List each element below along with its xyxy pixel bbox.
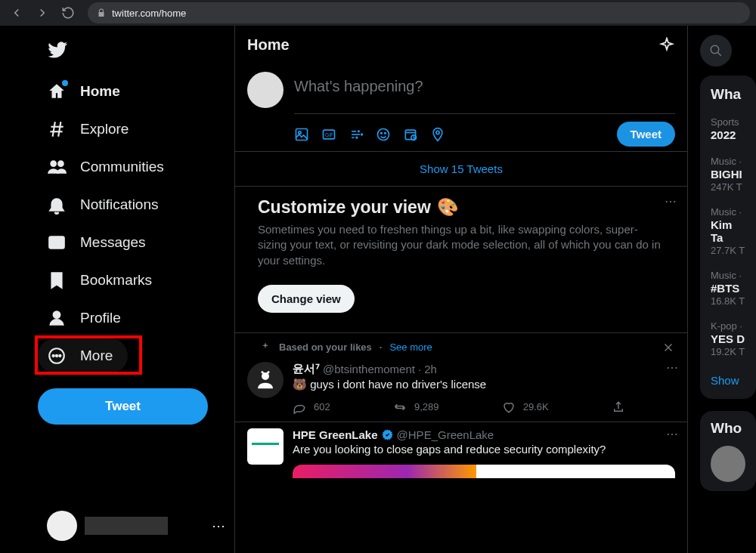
- forward-button[interactable]: [32, 2, 53, 23]
- tweet-author-name[interactable]: 윤서⁷: [293, 362, 320, 376]
- svg-point-7: [54, 311, 60, 318]
- media-icon[interactable]: [294, 127, 309, 142]
- verified-icon: [381, 428, 394, 441]
- right-sidebar: Wha Sports2022 Music ·BIGHI247K T Music …: [688, 26, 756, 553]
- back-button[interactable]: [6, 2, 27, 23]
- retweet-button[interactable]: 9,289: [393, 400, 439, 414]
- card-more-icon[interactable]: ⋯: [665, 194, 677, 209]
- like-button[interactable]: 29.6K: [502, 400, 549, 414]
- tweet-author-handle[interactable]: @HPE_GreenLake: [397, 428, 494, 441]
- avatar[interactable]: [247, 362, 284, 398]
- svg-line-3: [58, 122, 60, 137]
- trend-item[interactable]: K-pop ·YES D19.2K T: [700, 314, 756, 365]
- sidebar: Home Explore Communities Notifications M…: [0, 26, 234, 553]
- emoji-icon[interactable]: [376, 127, 391, 142]
- customize-body: Sometimes you need to freshen things up …: [258, 222, 665, 268]
- svg-point-22: [378, 128, 389, 140]
- svg-point-10: [56, 355, 57, 357]
- bookmark-icon: [47, 270, 67, 290]
- tweet-text: 🐻 guys i dont have no driver's license: [293, 376, 675, 396]
- tweet[interactable]: ⋯ 윤서⁷ @btsinthemoment · 2h 🐻 guys i dont…: [235, 356, 687, 422]
- svg-text:GIF: GIF: [325, 132, 333, 137]
- svg-line-29: [414, 137, 415, 138]
- svg-point-5: [58, 161, 64, 166]
- dismiss-icon[interactable]: [662, 341, 675, 354]
- nav-label: Messages: [80, 234, 146, 251]
- svg-point-13: [299, 131, 301, 133]
- trends-card: Wha Sports2022 Music ·BIGHI247K T Music …: [700, 76, 756, 399]
- hash-icon: [47, 119, 67, 139]
- svg-line-2: [53, 122, 55, 137]
- svg-rect-12: [296, 128, 308, 140]
- gif-icon[interactable]: GIF: [321, 127, 336, 142]
- more-circle-icon: [47, 346, 67, 366]
- nav-label: Notifications: [80, 196, 159, 213]
- reload-button[interactable]: [57, 2, 79, 23]
- svg-point-11: [59, 355, 60, 357]
- who-to-follow-item[interactable]: [711, 437, 745, 482]
- sidebar-item-communities[interactable]: Communities: [38, 150, 234, 184]
- reply-button[interactable]: 602: [293, 400, 330, 414]
- main-timeline: Home What's happening? GIF Tweet: [234, 26, 688, 553]
- change-view-button[interactable]: Change view: [258, 285, 355, 313]
- location-icon[interactable]: [430, 127, 445, 142]
- sparkle-small-icon: [259, 341, 271, 354]
- show-new-tweets[interactable]: Show 15 Tweets: [235, 152, 687, 187]
- svg-point-30: [436, 131, 439, 134]
- ellipsis-icon: ⋯: [212, 517, 225, 534]
- account-switcher[interactable]: ⋯: [38, 505, 234, 547]
- url-bar[interactable]: twitter.com/home: [88, 2, 750, 23]
- nav-label: Explore: [80, 121, 129, 137]
- tweet-button[interactable]: Tweet: [38, 388, 208, 425]
- compose-input[interactable]: What's happening?: [294, 72, 675, 109]
- tweet-more-icon[interactable]: ⋯: [666, 360, 678, 375]
- nav-label: More: [80, 348, 113, 364]
- people-icon: [47, 157, 67, 177]
- sparkle-icon[interactable]: [658, 37, 675, 54]
- home-icon: [47, 82, 67, 101]
- tweet[interactable]: ⋯ HPE GreenLake @HPE_GreenLake Are you l…: [235, 422, 687, 486]
- schedule-icon[interactable]: [403, 127, 418, 142]
- browser-toolbar: twitter.com/home: [0, 0, 756, 26]
- notification-dot: [62, 80, 68, 86]
- svg-point-21: [356, 137, 358, 138]
- show-more-link[interactable]: Show: [700, 365, 756, 396]
- customize-view-card: ⋯ Customize your view 🎨 Sometimes you ne…: [235, 187, 687, 333]
- who-title: Who: [711, 420, 745, 437]
- customize-title: Customize your view: [258, 197, 431, 218]
- context-label: Based on your likes: [279, 341, 372, 353]
- trend-item[interactable]: Sports2022: [700, 110, 756, 150]
- sidebar-item-more[interactable]: More: [38, 338, 128, 373]
- person-icon: [47, 308, 67, 328]
- page-title: Home: [247, 36, 290, 54]
- see-more-link[interactable]: See more: [389, 341, 432, 353]
- sidebar-item-notifications[interactable]: Notifications: [38, 187, 234, 222]
- timeline-header: Home: [235, 26, 687, 64]
- tweet-time[interactable]: 2h: [424, 363, 437, 375]
- trend-item[interactable]: Music ·Kim Ta27.7K T: [700, 200, 756, 264]
- trend-item[interactable]: Music ·BIGHI247K T: [700, 150, 756, 200]
- compose-tweet-button[interactable]: Tweet: [617, 122, 675, 147]
- sidebar-item-profile[interactable]: Profile: [38, 301, 234, 335]
- poll-icon[interactable]: [349, 127, 364, 142]
- tweet-more-icon[interactable]: ⋯: [666, 427, 678, 441]
- tweet-text: Are you looking to close gaps and reduce…: [293, 441, 675, 460]
- trend-item[interactable]: Music ·#BTS16.8K T: [700, 264, 756, 314]
- avatar[interactable]: [247, 72, 284, 108]
- username-redacted: [85, 517, 168, 535]
- sidebar-item-messages[interactable]: Messages: [38, 225, 234, 260]
- feed-context: Based on your likes · See more: [235, 333, 687, 356]
- envelope-icon: [47, 233, 67, 252]
- tweet-author-name[interactable]: HPE GreenLake: [293, 428, 378, 441]
- sidebar-item-explore[interactable]: Explore: [38, 112, 234, 147]
- sidebar-item-home[interactable]: Home: [38, 74, 234, 109]
- share-button[interactable]: [612, 400, 625, 414]
- search-button[interactable]: [700, 35, 732, 66]
- svg-point-24: [385, 132, 386, 134]
- svg-point-19: [358, 131, 360, 132]
- nav-label: Home: [80, 83, 120, 100]
- avatar[interactable]: [247, 428, 284, 465]
- twitter-logo[interactable]: [38, 32, 234, 71]
- sidebar-item-bookmarks[interactable]: Bookmarks: [38, 263, 234, 298]
- tweet-author-handle[interactable]: @btsinthemoment: [323, 363, 415, 375]
